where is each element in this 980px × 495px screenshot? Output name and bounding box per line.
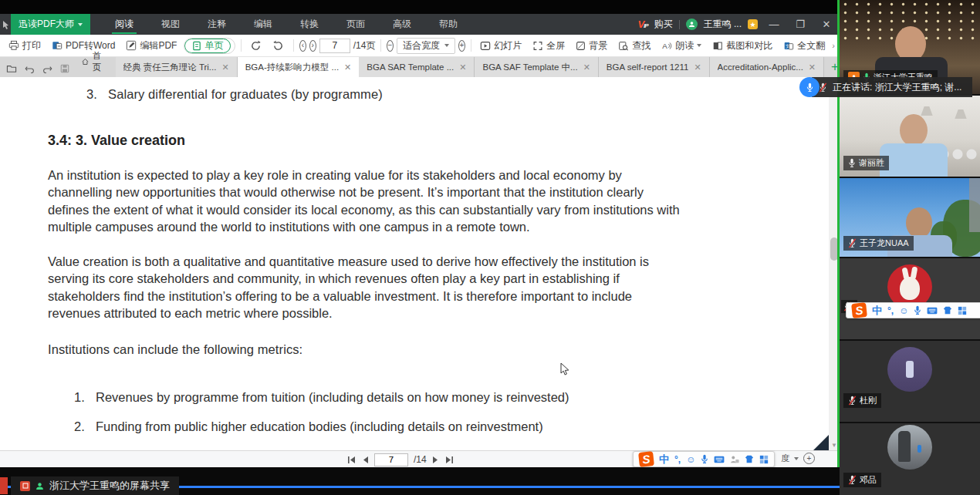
sogou-toolbox-icon[interactable]: [958, 306, 967, 315]
restore-button[interactable]: ❐: [790, 14, 810, 35]
next-page-button[interactable]: [432, 456, 439, 464]
screenshot-compare-button[interactable]: 截图和对比: [708, 38, 776, 54]
print-button[interactable]: 打印: [5, 38, 45, 54]
participant-tile-du-gang[interactable]: 杜刚: [840, 341, 980, 422]
zoom-in-button[interactable]: +: [458, 40, 465, 52]
undo-icon[interactable]: [25, 64, 35, 73]
voice-input-icon[interactable]: [914, 305, 921, 315]
single-page-button[interactable]: 单页: [184, 39, 231, 53]
fullscreen-button[interactable]: 全屏: [529, 38, 569, 54]
screenshare-indicator[interactable]: 浙江大学王重鸣的屏幕共享: [11, 476, 179, 495]
find-button[interactable]: 查找: [614, 38, 654, 54]
medal-icon[interactable]: ★: [748, 19, 758, 29]
tab-bga-impact-model[interactable]: BGA-持续影响力模型 ...✕: [238, 57, 360, 77]
menu-edit[interactable]: 编辑: [240, 14, 286, 35]
read-aloud-button[interactable]: A 朗读: [657, 38, 705, 54]
emoji-icon[interactable]: ☺: [686, 454, 695, 465]
menu-advanced[interactable]: 高级: [379, 14, 425, 35]
prev-page-button[interactable]: [362, 456, 369, 464]
tab-accreditation-application[interactable]: Accreditation-Applic...✕: [710, 57, 824, 77]
buy-button[interactable]: 购买: [654, 18, 673, 31]
mouse-cursor-icon: [560, 362, 570, 376]
menu-convert[interactable]: 转换: [286, 14, 333, 35]
app-menu-button[interactable]: 迅读PDF大师: [11, 14, 90, 35]
menu-page[interactable]: 页面: [333, 14, 379, 35]
sogou-toolbox-icon[interactable]: [759, 455, 769, 464]
toolbar-overflow-button[interactable]: ›: [832, 41, 835, 50]
background-button[interactable]: 背景: [572, 38, 611, 54]
zoom-mode-label[interactable]: 度: [781, 453, 789, 464]
pdf-page: 3. Salary differential for graduates (by…: [0, 77, 829, 450]
close-icon[interactable]: ✕: [221, 62, 228, 72]
last-page-button[interactable]: [444, 456, 454, 464]
full-text-translate-button[interactable]: 文 全文翻: [779, 38, 829, 54]
ime-punctuation-toggle[interactable]: °,: [887, 305, 894, 316]
minimize-button[interactable]: —: [764, 14, 784, 35]
zoom-out-button[interactable]: −: [387, 40, 394, 52]
user-avatar-icon[interactable]: [686, 19, 698, 30]
user-name[interactable]: 王重鸣 ...: [704, 18, 742, 31]
participant-tile-wang-zilong[interactable]: 王子龙NUAA: [840, 178, 980, 257]
ime-language-toggle[interactable]: 中: [659, 453, 669, 466]
ime-punctuation-toggle[interactable]: °,: [674, 454, 681, 465]
ime-language-toggle[interactable]: 中: [872, 304, 882, 318]
doc-list-item-3: 3. Salary differential for graduates (by…: [86, 87, 383, 102]
tab-bga-saf-template[interactable]: BGA SAF Template 中...✕: [475, 57, 598, 77]
open-file-icon[interactable]: [6, 64, 17, 73]
mic-icon: [848, 158, 856, 168]
close-icon[interactable]: ✕: [583, 62, 590, 72]
close-icon[interactable]: ✕: [459, 62, 466, 72]
tab-bga-self-report[interactable]: BGA self-report 1211✕: [599, 57, 710, 77]
next-page-button[interactable]: ›: [309, 40, 316, 52]
sogou-logo-icon[interactable]: S: [851, 302, 867, 318]
menu-read[interactable]: 阅读: [101, 14, 147, 35]
close-icon[interactable]: ✕: [344, 62, 351, 72]
zoom-mode-select[interactable]: 适合宽度: [397, 38, 455, 54]
emoji-icon[interactable]: ☺: [899, 305, 908, 316]
voice-input-icon[interactable]: [701, 454, 708, 464]
close-icon[interactable]: ✕: [809, 62, 816, 72]
participant-tile-xie-lisheng[interactable]: 谢丽胜: [840, 96, 980, 177]
tab-bga-sar-template[interactable]: BGA SAR Template ...✕: [359, 57, 475, 77]
rotate-left-button[interactable]: [269, 39, 288, 53]
close-button[interactable]: ✕: [816, 14, 836, 35]
edit-pdf-button[interactable]: 编辑PDF: [122, 38, 181, 54]
zoom-in-button[interactable]: +: [803, 453, 815, 464]
tab-classic-triangle[interactable]: 经典 责任三角理论 Tri...✕: [116, 57, 238, 77]
taskbar-app-icon[interactable]: [0, 477, 8, 494]
page-number-input[interactable]: [374, 453, 408, 466]
menu-view[interactable]: 视图: [147, 14, 194, 35]
first-page-button[interactable]: [347, 456, 357, 464]
menu-annotate[interactable]: 注释: [194, 14, 240, 35]
virtual-keyboard-icon[interactable]: [714, 456, 725, 463]
virtual-keyboard-icon[interactable]: [927, 307, 938, 315]
printer-icon: [8, 40, 19, 51]
menu-help[interactable]: 帮助: [425, 14, 471, 35]
doc-paragraph-3: Institutions can include the following m…: [48, 342, 302, 357]
close-icon[interactable]: ✕: [694, 62, 701, 72]
share-label: 浙江大学王重鸣的屏幕共享: [49, 479, 170, 493]
redo-icon[interactable]: [42, 64, 52, 73]
participant-tile-deng-pin[interactable]: 邓品: [840, 423, 980, 495]
save-icon[interactable]: [60, 64, 69, 73]
search-icon: [618, 41, 629, 51]
skin-icon[interactable]: [943, 306, 952, 315]
divider: [471, 39, 471, 52]
share-window-icon: [20, 481, 30, 491]
quick-icons: [3, 64, 76, 77]
double-page-button[interactable]: 双页: [231, 39, 235, 53]
ime-assist-icon[interactable]: [730, 455, 739, 464]
participant-tile-rabbit[interactable]: S 中 °, ☺: [840, 258, 980, 339]
title-bar: 迅读PDF大师 阅读 视图 注释 编辑 转换 页面 高级 帮助 VIP 购买: [0, 14, 840, 35]
meeting-float-button[interactable]: [799, 77, 819, 97]
pdf-reader-window: 迅读PDF大师 阅读 视图 注释 编辑 转换 页面 高级 帮助 VIP 购买: [0, 14, 840, 467]
home-tab[interactable]: 首页: [76, 50, 116, 77]
chevron-down-icon: [78, 23, 83, 26]
slideshow-button[interactable]: 幻灯片: [476, 38, 525, 54]
prev-page-button[interactable]: ‹: [299, 40, 306, 52]
sogou-logo-icon[interactable]: S: [638, 451, 654, 467]
page-number-input[interactable]: [319, 39, 350, 53]
rotate-right-button[interactable]: [246, 39, 265, 53]
rotate-left-icon: [272, 40, 284, 52]
skin-icon[interactable]: [745, 455, 754, 463]
